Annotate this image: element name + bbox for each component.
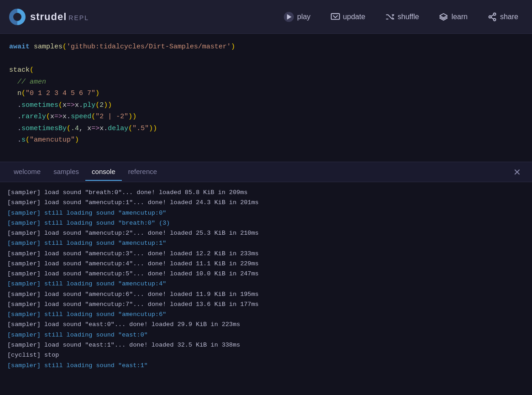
nav-actions: play update shuffle <box>279 9 523 25</box>
console-line: [sampler] load sound "east:1"... done! l… <box>7 340 525 350</box>
code-editor[interactable]: await samples('github:tidalcycles/Dirt-S… <box>0 34 532 162</box>
console-line: [sampler] still loading sound "breath:0"… <box>7 218 525 228</box>
editor-line-stack: stack( <box>9 64 523 76</box>
share-button[interactable]: share <box>483 10 523 24</box>
console-line: [cyclist] stop <box>7 350 525 360</box>
play-button[interactable]: play <box>279 9 315 25</box>
tab-console[interactable]: console <box>85 163 122 181</box>
console-line: [sampler] still loading sound "amencutup… <box>7 208 525 218</box>
svg-rect-0 <box>331 13 339 19</box>
play-icon <box>284 12 294 22</box>
console-line: [sampler] still loading sound "amencutup… <box>7 279 525 289</box>
editor-line-sometimes: .sometimes(x=>x.ply(2)) <box>9 100 523 111</box>
share-icon <box>488 12 497 21</box>
close-panel-button[interactable]: ✕ <box>510 165 525 179</box>
console-line: [sampler] load sound "amencutup:6"... do… <box>7 290 525 300</box>
console-line: [sampler] load sound "amencutup:3"... do… <box>7 249 525 259</box>
logo-name: strudelREPL <box>30 11 89 23</box>
tabs-bar: welcome samples console reference ✕ <box>0 162 532 182</box>
update-icon <box>331 12 340 21</box>
console-line: [sampler] load sound "amencutup:2"... do… <box>7 228 525 238</box>
console-line: [sampler] load sound "amencutup:7"... do… <box>7 300 525 310</box>
logo-repl-text: REPL <box>68 14 89 21</box>
play-triangle-icon <box>287 14 292 20</box>
editor-line-blank <box>9 53 523 65</box>
editor-line-comment: // amen <box>9 76 523 88</box>
editor-line-s: .s("amencutup") <box>9 134 523 146</box>
tab-samples[interactable]: samples <box>47 163 85 181</box>
editor-line-n: n("0 1 2 3 4 5 6 7") <box>9 88 523 100</box>
editor-line-rarely: .rarely(x=>x.speed("2 | -2")) <box>9 111 523 123</box>
learn-button[interactable]: learn <box>434 10 472 24</box>
logo-icon <box>9 9 26 25</box>
console-line: [sampler] load sound "amencutup:4"... do… <box>7 259 525 269</box>
console-line: [sampler] load sound "breath:0"... done!… <box>7 188 525 198</box>
navbar: strudelREPL play update <box>0 0 532 34</box>
update-label: update <box>343 13 365 21</box>
shuffle-icon <box>386 12 395 21</box>
console-line: [sampler] load sound "east:0"... done! l… <box>7 320 525 330</box>
tab-reference[interactable]: reference <box>122 163 163 181</box>
console-line: [sampler] still loading sound "amencutup… <box>7 310 525 320</box>
svg-point-3 <box>489 16 491 18</box>
console-line: [sampler] still loading sound "amencutup… <box>7 238 525 248</box>
shuffle-label: shuffle <box>398 13 419 21</box>
console-output[interactable]: [sampler] load sound "breath:0"... done!… <box>0 182 532 395</box>
learn-label: learn <box>451 13 468 21</box>
svg-point-2 <box>493 18 495 21</box>
learn-icon <box>439 12 448 21</box>
shuffle-button[interactable]: shuffle <box>381 10 424 24</box>
share-label: share <box>500 13 518 21</box>
editor-line-1: await samples('github:tidalcycles/Dirt-S… <box>9 41 523 53</box>
console-line: [sampler] load sound "amencutup:1"... do… <box>7 198 525 208</box>
console-line: [sampler] still loading sound "east:0" <box>7 330 525 340</box>
bottom-panel: welcome samples console reference ✕ [sam… <box>0 162 532 395</box>
logo-text-strudel: strudel <box>30 11 67 22</box>
console-line: [sampler] load sound "amencutup:5"... do… <box>7 269 525 279</box>
console-line: [sampler] still loading sound "east:1" <box>7 361 525 371</box>
svg-line-4 <box>491 15 494 16</box>
update-button[interactable]: update <box>326 10 370 24</box>
logo-area: strudelREPL <box>9 9 279 25</box>
play-label: play <box>297 13 310 21</box>
editor-line-sometimesby: .sometimesBy(.4, x=>x.delay(".5")) <box>9 123 523 135</box>
svg-line-5 <box>491 17 494 19</box>
svg-point-1 <box>493 13 495 15</box>
tab-welcome[interactable]: welcome <box>7 163 47 181</box>
